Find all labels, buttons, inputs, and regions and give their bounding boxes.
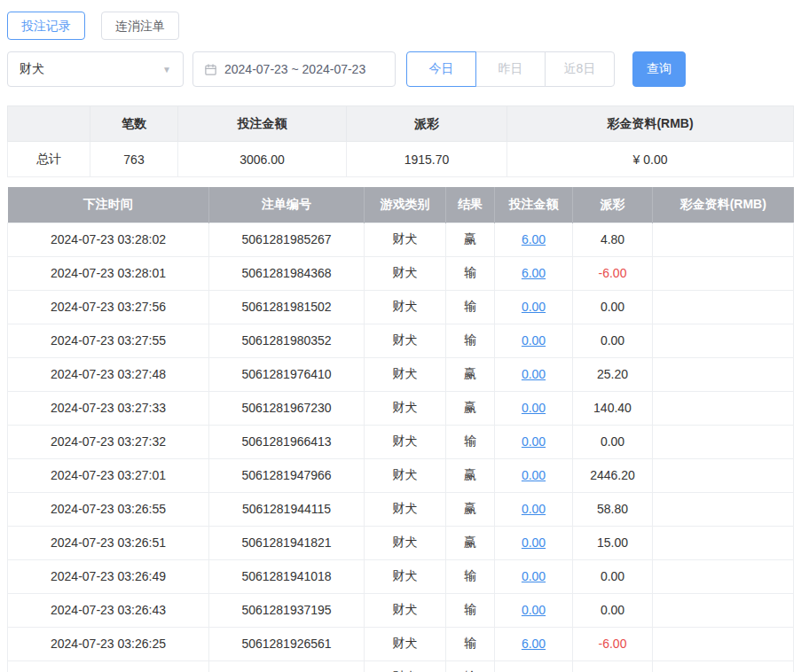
bet-amount-link[interactable]: 0.00 xyxy=(522,300,546,314)
cell-bet-time: 2024-07-23 03:26:55 xyxy=(8,492,209,526)
cell-result: 输 xyxy=(446,425,495,458)
summary-bonus-value: ¥ 0.00 xyxy=(507,142,794,177)
cell-bonus xyxy=(653,391,794,425)
cell-payout: 58.80 xyxy=(573,492,653,526)
cell-bonus xyxy=(653,324,794,357)
cell-bet-time: 2024-07-23 03:26:49 xyxy=(8,559,209,593)
tabs-row: 投注记录 连消注单 xyxy=(7,12,794,40)
betting-records-page: 投注记录 连消注单 财犬 ▼ 2024-07-23 ~ 2024-07-23 今… xyxy=(0,0,801,672)
summary-header-count: 笔数 xyxy=(90,106,178,142)
bet-amount-link[interactable]: 6.00 xyxy=(522,637,546,651)
cell-result: 输 xyxy=(446,627,495,660)
cell-order-id: 5061281941821 xyxy=(209,526,365,559)
cell-bonus xyxy=(653,492,794,526)
bet-amount-link[interactable]: 0.00 xyxy=(522,367,546,381)
bet-amount-link[interactable]: 0.00 xyxy=(522,535,546,550)
bet-amount-link[interactable]: 0.00 xyxy=(522,401,546,415)
cell-payout: 140.40 xyxy=(573,391,653,425)
table-row: 2024-07-23 03:26:515061281941821财犬赢0.001… xyxy=(8,526,794,559)
table-header-payout: 派彩 xyxy=(573,187,653,223)
cell-result: 赢 xyxy=(446,492,495,526)
table-row: 2024-07-23 03:27:015061281947966财犬赢0.002… xyxy=(8,458,794,492)
cell-bonus xyxy=(653,290,794,324)
summary-header-bonus: 彩金资料(RMB) xyxy=(507,106,794,142)
cell-payout: 4.80 xyxy=(573,223,653,256)
cell-bet-time: 2024-07-23 03:27:55 xyxy=(8,324,209,357)
tab-linked-cancel-orders[interactable]: 连消注单 xyxy=(101,12,179,40)
quick-filter-yesterday-button[interactable]: 昨日 xyxy=(475,51,546,87)
cell-game-type: 财犬 xyxy=(365,425,446,458)
cell-bet-amount: 0.00 xyxy=(495,593,573,627)
cell-order-id: 5061281947966 xyxy=(209,458,365,492)
table-row: 2024-07-23 03:28:025061281985267财犬赢6.004… xyxy=(8,223,794,256)
table-header-bet-amount: 投注金额 xyxy=(495,187,573,223)
cell-game-type: 财犬 xyxy=(365,324,446,357)
cell-bet-amount: 6.00 xyxy=(495,223,573,256)
cell-bet-time: 2024-07-23 03:27:56 xyxy=(8,290,209,324)
game-select-value: 财犬 xyxy=(20,61,44,77)
chevron-down-icon: ▼ xyxy=(162,65,171,74)
date-range-value: 2024-07-23 ~ 2024-07-23 xyxy=(224,62,365,76)
table-row: 2024-07-23 03:26:555061281944115财犬赢0.005… xyxy=(8,492,794,526)
cell-game-type: 财犬 xyxy=(365,492,446,526)
cell-bet-amount: 0.00 xyxy=(495,526,573,559)
summary-payout-value: 1915.70 xyxy=(347,142,507,177)
cell-order-id: 5061281985267 xyxy=(209,223,365,256)
cell-payout: 25.20 xyxy=(573,357,653,391)
cell-bonus xyxy=(653,256,794,290)
cell-game-type: 财犬 xyxy=(365,256,446,290)
cell-payout: 0.00 xyxy=(573,324,653,357)
table-row: 2024-07-23 03:26:245061281925717财犬输6.00-… xyxy=(8,660,794,672)
bet-amount-link[interactable]: 0.00 xyxy=(522,603,546,617)
table-row: 2024-07-23 03:27:335061281967230财犬赢0.001… xyxy=(8,391,794,425)
cell-result: 输 xyxy=(446,559,495,593)
quick-filter-today-button[interactable]: 今日 xyxy=(406,51,476,87)
cell-payout: 0.00 xyxy=(573,593,653,627)
cell-bet-time: 2024-07-23 03:27:32 xyxy=(8,425,209,458)
summary-header-payout: 派彩 xyxy=(347,106,507,142)
cell-bet-amount: 0.00 xyxy=(495,324,573,357)
summary-header-bet-amount: 投注金额 xyxy=(178,106,347,142)
cell-bet-time: 2024-07-23 03:28:02 xyxy=(8,223,209,256)
game-select[interactable]: 财犬 ▼ xyxy=(7,51,184,87)
bet-records-table: 下注时间 注单编号 游戏类别 结果 投注金额 派彩 彩金资料(RMB) 2024… xyxy=(7,187,794,672)
bet-amount-link[interactable]: 0.00 xyxy=(522,434,546,449)
summary-total-label: 总计 xyxy=(8,142,90,177)
cell-bet-amount: 0.00 xyxy=(495,492,573,526)
bet-amount-link[interactable]: 0.00 xyxy=(522,502,546,516)
quick-filter-group: 今日 昨日 近8日 xyxy=(406,51,615,87)
cell-result: 赢 xyxy=(446,223,495,256)
filters-row: 财犬 ▼ 2024-07-23 ~ 2024-07-23 今日 昨日 近8日 查… xyxy=(7,51,794,87)
cell-bet-amount: 0.00 xyxy=(495,290,573,324)
cell-result: 赢 xyxy=(446,391,495,425)
cell-order-id: 5061281980352 xyxy=(209,324,365,357)
table-row: 2024-07-23 03:27:325061281966413财犬输0.000… xyxy=(8,425,794,458)
cell-order-id: 5061281984368 xyxy=(209,256,365,290)
summary-count-value: 763 xyxy=(90,142,178,177)
bet-amount-link[interactable]: 0.00 xyxy=(522,333,546,348)
search-button[interactable]: 查询 xyxy=(632,51,686,87)
cell-payout: 2446.20 xyxy=(573,458,653,492)
table-row: 2024-07-23 03:26:435061281937195财犬输0.000… xyxy=(8,593,794,627)
tab-betting-records[interactable]: 投注记录 xyxy=(7,12,85,40)
summary-total-row: 总计 763 3006.00 1915.70 ¥ 0.00 xyxy=(8,142,794,177)
cell-game-type: 财犬 xyxy=(365,290,446,324)
summary-header-empty xyxy=(8,106,90,142)
table-header-row: 下注时间 注单编号 游戏类别 结果 投注金额 派彩 彩金资料(RMB) xyxy=(8,187,794,223)
cell-game-type: 财犬 xyxy=(365,627,446,660)
bet-amount-link[interactable]: 6.00 xyxy=(522,232,546,246)
cell-bonus xyxy=(653,526,794,559)
cell-game-type: 财犬 xyxy=(365,223,446,256)
cell-bonus xyxy=(653,458,794,492)
bet-amount-link[interactable]: 6.00 xyxy=(522,266,546,280)
bet-amount-link[interactable]: 0.00 xyxy=(522,468,546,482)
quick-filter-last8days-button[interactable]: 近8日 xyxy=(545,51,615,87)
bet-table-body: 2024-07-23 03:28:025061281985267财犬赢6.004… xyxy=(8,223,794,672)
table-header-order-id: 注单编号 xyxy=(209,187,365,223)
cell-bonus xyxy=(653,223,794,256)
cell-order-id: 5061281926561 xyxy=(209,627,365,660)
bet-amount-link[interactable]: 0.00 xyxy=(522,569,546,583)
cell-result: 输 xyxy=(446,660,495,672)
date-range-picker[interactable]: 2024-07-23 ~ 2024-07-23 xyxy=(192,51,396,87)
cell-order-id: 5061281925717 xyxy=(209,660,365,672)
